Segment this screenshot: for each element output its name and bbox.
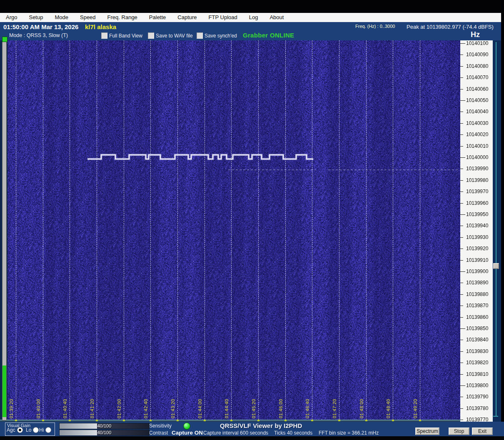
bottom-tick [284, 420, 287, 421]
menu-bar: ArgoSetupModeSpeedFreq. RangePaletteCapt… [0, 13, 504, 22]
freq-label: 10139840 [466, 337, 492, 343]
time-gridline [16, 40, 16, 420]
sensitivity-slider[interactable]: 40/100 [59, 423, 150, 429]
menu-item-about[interactable]: About [264, 13, 289, 22]
freq-label: 10139970 [466, 189, 492, 194]
radio-hi[interactable]: Hi [39, 427, 51, 433]
bottom-border [0, 436, 504, 440]
radio-agc[interactable]: Agc [7, 427, 23, 433]
freq-tick [460, 363, 463, 363]
freq-range-readout: Freq. (Hz) : 0..3000 [355, 24, 395, 29]
station-id: kl7l alaska [85, 23, 116, 30]
stop-button[interactable]: Stop [449, 428, 469, 435]
freq-tick [460, 157, 465, 158]
capture-progress-track [2, 42, 7, 420]
contrast-slider[interactable]: 40/100 [59, 430, 150, 436]
app-title: QRSS/VLF Viewer by I2PHD [220, 422, 302, 429]
freq-label: 10140050 [466, 97, 492, 103]
freq-label: 10139790 [466, 394, 492, 400]
menu-item-log[interactable]: Log [243, 13, 264, 22]
freq-tick [460, 294, 463, 295]
bottom-tick [69, 420, 71, 421]
exit-button[interactable]: Exit [472, 428, 493, 435]
freq-label: 10139830 [466, 348, 492, 354]
radio-button-lo[interactable] [33, 427, 39, 433]
grabber-status: Grabber ONLINE [243, 32, 294, 39]
freq-label: 10139940 [466, 223, 492, 229]
spectrum-button[interactable]: Spectrum [415, 428, 439, 435]
freq-label: 10140010 [466, 143, 492, 149]
freq-label: 10139960 [466, 200, 492, 206]
bottom-tick [257, 420, 259, 421]
freq-tick [460, 66, 463, 67]
time-label: 01:44:00 [197, 388, 203, 418]
freq-tick [460, 249, 463, 249]
freq-label: 10140090 [466, 52, 492, 57]
freq-label: 10139890 [466, 280, 492, 286]
time-gridline [205, 40, 205, 420]
menu-item-speed[interactable]: Speed [74, 13, 102, 22]
scrollbar-handle[interactable] [493, 263, 499, 269]
freq-label: 10139910 [466, 257, 492, 263]
capture-interval-info: Capture interval 600 seconds [203, 430, 268, 436]
time-gridline [393, 40, 393, 420]
menu-item-palette[interactable]: Palette [143, 13, 172, 22]
bottom-tick [338, 420, 340, 421]
freq-tick [460, 203, 463, 204]
menu-item-mode[interactable]: Mode [49, 13, 74, 22]
time-gridline [150, 40, 151, 420]
freq-label: 10139820 [466, 360, 492, 365]
fft-bin-info: FFT bin size = 366.21 mHz [319, 430, 379, 436]
menu-item-setup[interactable]: Setup [23, 13, 49, 22]
time-label: 01:40:00 [36, 388, 42, 418]
freq-tick [460, 397, 463, 397]
checkbox-label: Full Band View [109, 33, 142, 39]
freq-tick [460, 43, 465, 44]
freq-tick [460, 77, 463, 78]
time-gridline [177, 40, 178, 420]
clock-date: 01:50:00 AM Mar 13, 2026 [3, 23, 78, 30]
checkbox-save-to-wav-file[interactable] [148, 32, 154, 39]
bottom-tick [311, 420, 313, 421]
time-gridline [70, 40, 70, 420]
menu-item-argo[interactable]: Argo [0, 13, 23, 22]
radio-button-hi[interactable] [45, 427, 51, 433]
freq-tick [460, 351, 463, 352]
freq-label: 10140000 [466, 154, 492, 160]
radio-lo[interactable]: Lo [26, 427, 39, 433]
freq-tick [460, 340, 463, 340]
waterfall-display[interactable]: 01:39:2001:40:0001:40:4001:41:2001:42:00… [0, 40, 460, 422]
checkbox-full-band-view[interactable] [101, 32, 107, 39]
freq-tick [460, 89, 463, 89]
time-label: 01:46:40 [305, 388, 311, 418]
bottom-tick [96, 420, 98, 421]
menu-item-ftp-upload[interactable]: FTP Upload [203, 13, 243, 22]
contrast-label: Contrast [149, 430, 168, 436]
window-title-bar [0, 0, 504, 13]
freq-tick [460, 317, 463, 318]
bottom-tick [204, 420, 206, 421]
argo-window: ArgoSetupModeSpeedFreq. RangePaletteCapt… [0, 0, 504, 440]
menu-item-freq-range[interactable]: Freq. Range [102, 13, 143, 22]
menu-item-capture[interactable]: Capture [172, 13, 202, 22]
freq-tick [460, 260, 463, 261]
time-label: 01:48:40 [386, 388, 392, 418]
freq-tick [460, 306, 463, 306]
freq-label: 10139980 [466, 177, 492, 183]
bottom-tick [392, 420, 394, 421]
scrollbar-track [496, 42, 497, 417]
bottom-tick [123, 420, 125, 421]
hz-unit-label: Hz [471, 30, 480, 39]
radio-button-agc[interactable] [17, 427, 23, 433]
capture-progress-fill [2, 365, 6, 417]
time-label: 01:49:20 [413, 388, 419, 418]
time-gridline [312, 40, 312, 420]
bottom-tick [42, 420, 44, 421]
ticks-info: Ticks 40 seconds [274, 430, 312, 436]
checkbox-save-synch-ed[interactable] [197, 32, 203, 39]
freq-label: 10140070 [466, 75, 492, 80]
radio-label: Lo [26, 427, 31, 433]
bottom-tick [150, 420, 152, 421]
freq-label: 10139930 [466, 234, 492, 240]
header-bar: 01:50:00 AM Mar 13, 2026 kl7l alaska Fre… [0, 22, 504, 40]
